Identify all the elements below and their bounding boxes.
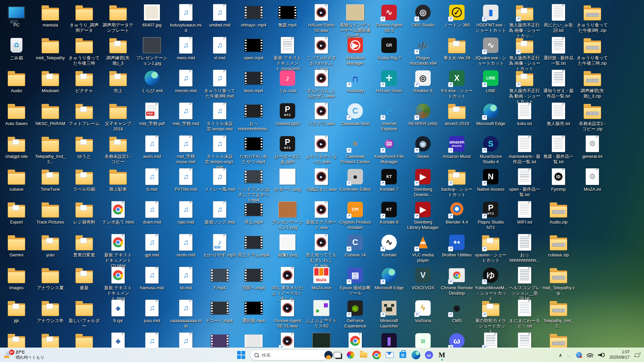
desktop-icon[interactable]: ▶新規エクスポート.wav bbox=[305, 200, 337, 230]
desktop-icon[interactable]: ↗REAPER (x64) bbox=[407, 102, 439, 126]
desktop-icon[interactable]: ♫b.mid bbox=[136, 168, 168, 192]
desktop-icon[interactable]: ϟ↗VoiSona bbox=[407, 299, 439, 323]
desktop-icon[interactable]: ♫メドレー風.mid bbox=[204, 168, 236, 192]
desktop-icon[interactable]: Export bbox=[0, 200, 33, 225]
desktop-icon[interactable]: 画像1.png bbox=[271, 233, 304, 258]
desktop-wallpaper[interactable]: PCmaniutaきゅうり_調声用データ調声用データテンプレート65407.jp… bbox=[0, 0, 644, 362]
desktop-icon[interactable]: ◉↗GeForce Experience bbox=[339, 299, 371, 329]
tray-close-icon[interactable]: ✕ bbox=[567, 352, 571, 358]
desktop-icon[interactable]: ✚★↗Brother Utilities bbox=[441, 233, 473, 258]
taskbar-item-microsoft-store[interactable] bbox=[398, 351, 407, 359]
desktop-icon[interactable]: ヘッドフォンはずしててよかっt.mp4 bbox=[237, 168, 270, 203]
desktop-icon[interactable]: cubase bbox=[0, 168, 33, 192]
desktop-icon[interactable]: Mixdown bbox=[34, 69, 66, 94]
desktop-icon[interactable]: かるーく.png bbox=[271, 168, 304, 192]
desktop-icon[interactable]: ♫hamusu.mid bbox=[136, 266, 168, 291]
desktop-icon[interactable]: プレゼンテーション1.jpg bbox=[136, 36, 168, 66]
desktop-icon[interactable]: ♫タイトル未設定.tempo.orig1.mid bbox=[204, 135, 236, 170]
desktop-icon[interactable]: midi_Telepathy bbox=[34, 36, 66, 61]
desktop-icon[interactable]: ohhayo-.mp4 bbox=[237, 3, 270, 28]
desktop-icon[interactable]: PNT2Untitled.ppsf bbox=[271, 102, 304, 126]
desktop-icon[interactable]: 選択肢.mp4 bbox=[237, 299, 270, 323]
desktop-icon[interactable]: きゅうり食ってた午後三時 bbox=[68, 36, 100, 66]
desktop-icon[interactable]: KT↗Kontakt 7 bbox=[373, 168, 405, 192]
desktop-icon[interactable]: N↗Native Access bbox=[475, 168, 507, 192]
desktop-icon[interactable]: 羽尻へ.mp4 bbox=[237, 266, 270, 291]
taskbar-item-chrome[interactable] bbox=[372, 351, 381, 359]
search-highlight-image[interactable] bbox=[324, 351, 333, 359]
desktop-icon[interactable]: ♫kotusytuaaus.mid bbox=[170, 3, 202, 33]
desktop-icon[interactable]: ▮▮●ぷよぷよ™テトリス®2 bbox=[305, 299, 337, 329]
desktop-icon[interactable]: TimeTune bbox=[34, 168, 66, 192]
desktop-icon[interactable]: ▮↗HDDFMT.exe - ショートカット bbox=[475, 3, 507, 33]
desktop-icon[interactable]: ∿↗JQuake.exe - ショートカット bbox=[475, 36, 507, 66]
desktop-icon[interactable]: 無題.mp4 bbox=[271, 3, 304, 28]
desktop-icon[interactable]: ▶001_東北きりたん（ノーマル）_今じゃ... bbox=[271, 266, 304, 301]
desktop-icon[interactable]: ♫mid_学校.mid bbox=[170, 102, 202, 126]
desktop-icon[interactable]: ◎↗Reaktor 6 bbox=[407, 69, 439, 94]
desktop-icon[interactable]: ≡↗Cakewalk Product Center bbox=[339, 135, 371, 165]
desktop-icon[interactable]: PNT2↗Piapro Studio NT2 bbox=[475, 200, 507, 230]
desktop-icon[interactable]: PNT2おーばーまにあ.ppsf bbox=[271, 135, 304, 165]
desktop-icon[interactable]: KT↗Kontakt 8 bbox=[373, 200, 405, 225]
desktop-icon[interactable]: フォトフレーム bbox=[68, 102, 100, 126]
desktop-icon[interactable]: 井上.mp4 bbox=[237, 200, 270, 225]
desktop-icon[interactable]: ●↗Controller Editor bbox=[339, 168, 371, 192]
desktop-icon[interactable]: 営業日変更 bbox=[68, 233, 100, 258]
desktop-icon[interactable]: アナウンス夏 bbox=[34, 266, 66, 291]
desktop-icon[interactable]: ↗syasinn - ショートカット bbox=[475, 233, 507, 263]
desktop-icon[interactable]: teion.mp4 bbox=[237, 69, 270, 94]
desktop-icon[interactable]: S↗MuseScore Studio 4 bbox=[475, 135, 507, 165]
tray-app-blue-icon[interactable] bbox=[576, 352, 582, 358]
desktop-icon[interactable]: アナウンス冬 bbox=[34, 299, 66, 323]
weather-widget[interactable]: 9+ 27°C 晴れ時々くもり bbox=[0, 350, 124, 360]
desktop-icon[interactable]: ▶Groove Agent SE 01.wav bbox=[271, 299, 304, 329]
desktop-icon[interactable]: 最新 bbox=[68, 266, 100, 291]
desktop-icon[interactable]: ♪うみ.ustx bbox=[271, 69, 304, 94]
desktop-icon[interactable]: 新しいフォルダー bbox=[68, 299, 100, 329]
desktop-icon[interactable]: ↗Blender 4.4 bbox=[441, 200, 473, 225]
tray-clock[interactable]: 1:07 2025/08/17 bbox=[609, 350, 630, 360]
desktop-icon[interactable]: だれだFXいれたやつ.mp4 bbox=[237, 135, 270, 165]
desktop-icon[interactable]: ♫mid_学校muse.mid bbox=[170, 135, 202, 165]
desktop-icon[interactable]: 無題 - 親作品一覧.txt bbox=[542, 135, 575, 165]
desktop-icon[interactable]: ♫PVTNd.mid bbox=[170, 168, 202, 192]
desktop-icon[interactable]: Auto Saves bbox=[0, 102, 33, 126]
volume-icon[interactable] bbox=[598, 353, 605, 357]
start-button[interactable] bbox=[237, 351, 246, 359]
desktop-icon[interactable]: ▶小銭詰まり.wav bbox=[305, 168, 337, 192]
desktop-icon[interactable]: F.mp4 bbox=[204, 266, 236, 291]
desktop-icon[interactable]: ∿↗Groove Agent SE 5 bbox=[373, 3, 405, 33]
desktop-icon[interactable]: ♫meroin.mid bbox=[170, 69, 202, 94]
desktop-icon[interactable]: ⚙MoZA.ini bbox=[576, 168, 608, 192]
desktop-icon[interactable]: sfz↗Plogue sforzando x64 bbox=[407, 36, 439, 66]
desktop-icon[interactable]: VVOICEVOX bbox=[407, 266, 439, 291]
desktop-icon[interactable]: GRGuitar Rig 7 bbox=[373, 36, 405, 61]
desktop-icon[interactable]: レジ袋有料 bbox=[68, 200, 100, 225]
desktop-icon[interactable]: ∿↗Kontakt bbox=[373, 233, 405, 258]
desktop-icon[interactable]: maniuta bbox=[34, 3, 66, 28]
desktop-icon[interactable]: 調声練習(失敗)_3 bbox=[102, 36, 134, 66]
desktop-icon[interactable]: ♫mero.mid bbox=[170, 36, 202, 61]
desktop-icon[interactable]: ▶HALion Sonic 02.wav bbox=[305, 3, 337, 33]
desktop-icon[interactable]: 調声用データテンプレート bbox=[102, 3, 134, 33]
desktop-icon[interactable]: 孤独なインディーゲーム開発者の一生 ... bbox=[339, 3, 371, 39]
desktop-icon[interactable]: Track Pictures bbox=[34, 200, 66, 225]
desktop-icon[interactable]: ◆9.cpr bbox=[102, 299, 134, 323]
desktop-icon[interactable]: Images bbox=[0, 266, 33, 291]
desktop-icon[interactable]: ピクチャ bbox=[68, 69, 100, 94]
desktop-icon[interactable]: ↗無人販売不正行為 動画 - ショートカット bbox=[508, 69, 541, 104]
taskbar-item-file-explorer[interactable] bbox=[359, 351, 368, 359]
desktop-icon[interactable]: ♪MP3わかりやす.mp3 bbox=[204, 233, 236, 258]
desktop-icon[interactable]: ksks.txt bbox=[508, 102, 541, 126]
desktop-icon[interactable]: ♫xl.mid bbox=[204, 36, 236, 61]
desktop-icon[interactable]: 新規 テキスト ドキュメント.html bbox=[102, 266, 134, 301]
desktop-icon[interactable]: 65407.jpg bbox=[136, 3, 168, 28]
desktop-icon[interactable]: 選択肢 - 親作品一覧.txt bbox=[542, 36, 575, 66]
desktop-icon[interactable]: open.mp4 bbox=[237, 36, 270, 61]
desktop-icon[interactable]: ▶Activation Manager bbox=[339, 36, 371, 66]
desktop-icon[interactable]: cubase.zip bbox=[542, 233, 575, 258]
taskbar-search[interactable] bbox=[250, 350, 329, 360]
desktop-icon[interactable]: CPI↗Crypton Product Installer bbox=[339, 200, 371, 230]
desktop-icon[interactable]: 筆まめ Ver.28 bbox=[441, 36, 473, 61]
